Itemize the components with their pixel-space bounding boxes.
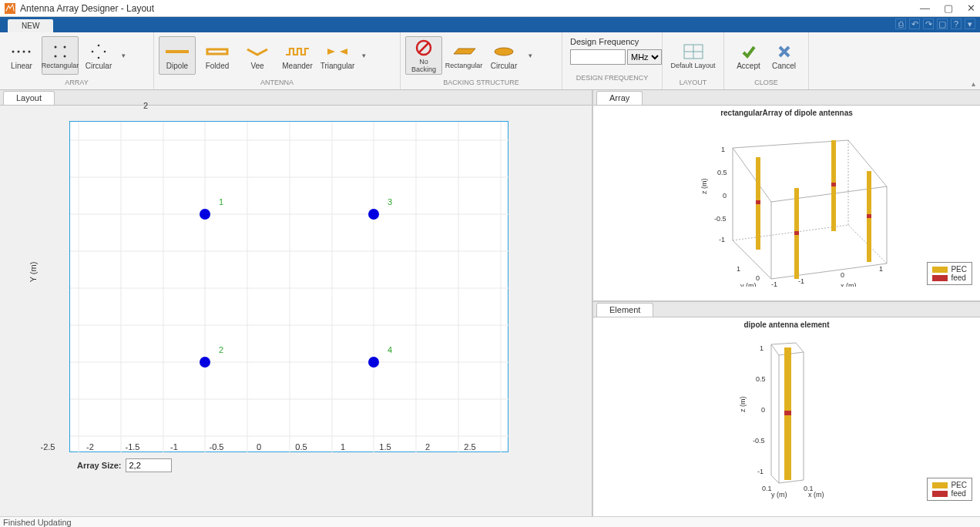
xtick: 0.5	[290, 442, 313, 451]
svg-rect-13	[166, 50, 189, 53]
freq-unit-select[interactable]: MHz	[627, 49, 662, 65]
antenna-meander-button[interactable]: Meander	[279, 36, 316, 75]
legend-pec: PEC	[951, 265, 967, 274]
minimize-button[interactable]: —	[920, 2, 930, 14]
xtick: 1	[331, 442, 354, 451]
backing-group-label: BACKING STRUCTURE	[401, 79, 562, 89]
freq-input[interactable]	[570, 49, 626, 65]
array-viz[interactable]: rectangularArray of dipole antennas 10.5…	[593, 106, 980, 300]
status-text: Finished Updating	[3, 518, 72, 527]
svg-rect-63	[756, 200, 760, 204]
tab-new[interactable]: NEW	[8, 19, 53, 32]
svg-rect-81	[784, 411, 791, 415]
array-3d-svg: 10.50-0.5-1 z (m) 10-1 y (m) -101 x (m)	[648, 117, 925, 287]
svg-rect-65	[794, 231, 799, 235]
svg-text:x (m): x (m)	[841, 282, 857, 287]
svg-text:y (m): y (m)	[771, 491, 787, 498]
svg-point-9	[98, 44, 100, 46]
svg-text:3: 3	[388, 197, 392, 206]
layout-pane: Layout Y (m) 2 1.5 1 0.5 0 -0.5 -1 -1.5 …	[0, 90, 593, 516]
qa-icon-1[interactable]: ⎙	[895, 18, 906, 29]
ribbon-group-backing: No Backing Rectangular Circular ▾ BACKIN…	[401, 32, 562, 89]
array-linear-button[interactable]: Linear	[5, 36, 39, 75]
svg-text:1: 1	[219, 197, 223, 206]
antenna-dropdown[interactable]: ▾	[359, 52, 368, 59]
svg-point-10	[104, 50, 106, 52]
xtick: -2	[79, 442, 102, 451]
array-legend: PEC feed	[927, 262, 972, 285]
tab-element[interactable]: Element	[596, 303, 653, 317]
svg-point-16	[495, 48, 513, 55]
antenna-vee-button[interactable]: Vee	[239, 36, 276, 75]
qa-icon-3[interactable]: ↷	[923, 18, 934, 29]
svg-text:0: 0	[756, 274, 760, 282]
legend-feed: feed	[951, 274, 965, 282]
svg-point-7	[55, 55, 57, 58]
cancel-button[interactable]: Cancel	[768, 36, 800, 75]
svg-text:4: 4	[388, 345, 392, 354]
layout-plot[interactable]: Y (m) 2 1.5 1 0.5 0 -0.5 -1 -1.5 -2 1	[0, 106, 592, 516]
svg-point-6	[64, 46, 66, 49]
antenna-dipole-button[interactable]: Dipole	[159, 36, 196, 75]
layout-ylabel: Y (m)	[29, 262, 38, 283]
maximize-button[interactable]: ▢	[944, 2, 953, 14]
tab-array[interactable]: Array	[596, 91, 643, 105]
svg-text:1: 1	[737, 265, 740, 273]
array-dropdown[interactable]: ▾	[119, 52, 128, 59]
svg-text:x (m): x (m)	[808, 491, 824, 498]
element-viz-title: dipole antenna element	[593, 317, 980, 329]
workspace: Layout Y (m) 2 1.5 1 0.5 0 -0.5 -1 -1.5 …	[0, 90, 980, 516]
svg-text:y (m): y (m)	[740, 282, 757, 287]
array-rectangular-label: Rectangular	[42, 62, 79, 69]
qa-icon-4[interactable]: ▢	[937, 18, 948, 29]
close-group-label: CLOSE	[724, 79, 808, 89]
tab-layout[interactable]: Layout	[3, 91, 55, 105]
svg-point-12	[92, 50, 94, 52]
array-linear-label: Linear	[11, 62, 32, 70]
svg-text:0: 0	[761, 406, 765, 414]
collapse-ribbon-icon[interactable]: ▴	[972, 79, 975, 88]
svg-text:-1: -1	[757, 468, 764, 475]
svg-point-3	[23, 50, 25, 52]
svg-rect-69	[867, 214, 871, 218]
backing-rectangular-label: Rectangular	[445, 62, 483, 69]
svg-text:0.5: 0.5	[717, 169, 727, 176]
ribbon-group-array: Linear Rectangular Circular ▾ ARRAY	[0, 32, 154, 89]
svg-text:1: 1	[721, 146, 725, 153]
antenna-vee-label: Vee	[250, 62, 263, 70]
svg-text:0.1: 0.1	[762, 485, 772, 492]
qa-icon-5[interactable]: ▾	[965, 18, 975, 29]
array-size-input[interactable]	[126, 458, 172, 472]
array-circular-button[interactable]: Circular	[82, 36, 116, 75]
qa-icon-2[interactable]: ↶	[909, 18, 920, 29]
array-rectangular-button[interactable]: Rectangular	[42, 36, 79, 75]
svg-text:z (m): z (m)	[700, 179, 708, 195]
ribbon-group-frequency: Design Frequency MHz DESIGN FREQUENCY	[562, 32, 663, 89]
svg-text:z (m): z (m)	[739, 397, 747, 413]
legend-pec: PEC	[951, 481, 967, 489]
cancel-label: Cancel	[772, 62, 796, 70]
backing-circular-label: Circular	[491, 62, 517, 70]
antenna-folded-button[interactable]: Folded	[199, 36, 236, 75]
svg-point-42	[200, 357, 210, 368]
backing-circular-button[interactable]: Circular	[485, 36, 522, 75]
svg-point-11	[98, 56, 100, 59]
accept-button[interactable]: Accept	[733, 36, 765, 75]
default-layout-button[interactable]: Default Layout	[667, 36, 719, 75]
backing-none-button[interactable]: No Backing	[405, 36, 442, 75]
xtick: 0	[247, 442, 270, 451]
element-viz[interactable]: dipole antenna element 10.50-0.5-1 z (m)…	[593, 317, 980, 516]
legend-feed: feed	[951, 489, 965, 498]
close-window-button[interactable]: ✕	[967, 2, 975, 14]
backing-dropdown[interactable]: ▾	[525, 52, 535, 59]
qa-help-icon[interactable]: ?	[951, 18, 962, 29]
ribbon-tab-row: NEW ⎙ ↶ ↷ ▢ ? ▾	[0, 17, 980, 32]
antenna-triangular-button[interactable]: Triangular	[319, 36, 356, 75]
svg-text:1: 1	[760, 344, 764, 352]
svg-point-1	[12, 50, 15, 52]
ribbon-group-close: Accept Cancel CLOSE	[724, 32, 809, 89]
antenna-dipole-label: Dipole	[166, 62, 188, 70]
quick-access-icons: ⎙ ↶ ↷ ▢ ? ▾	[895, 18, 975, 29]
backing-rectangular-button[interactable]: Rectangular	[445, 36, 482, 75]
antenna-folded-label: Folded	[206, 62, 230, 70]
